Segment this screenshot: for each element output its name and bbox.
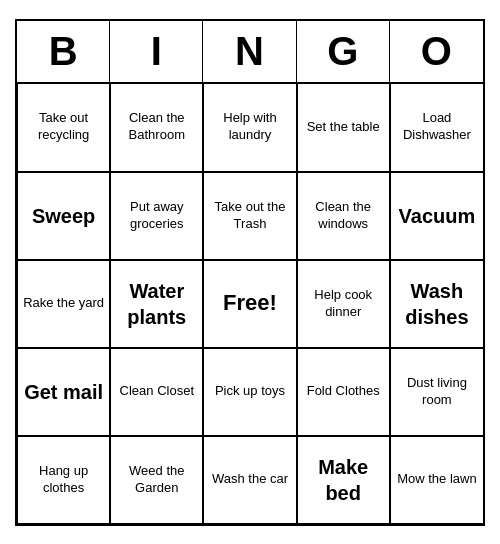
bingo-grid: Take out recyclingClean the BathroomHelp… <box>17 84 483 524</box>
bingo-cell-2[interactable]: Help with laundry <box>203 84 296 172</box>
bingo-letter-o: O <box>390 21 483 82</box>
bingo-cell-18[interactable]: Fold Clothes <box>297 348 390 436</box>
bingo-cell-23[interactable]: Make bed <box>297 436 390 524</box>
bingo-cell-17[interactable]: Pick up toys <box>203 348 296 436</box>
bingo-header: BINGO <box>17 21 483 84</box>
bingo-cell-8[interactable]: Clean the windows <box>297 172 390 260</box>
bingo-letter-n: N <box>203 21 296 82</box>
bingo-cell-7[interactable]: Take out the Trash <box>203 172 296 260</box>
bingo-cell-1[interactable]: Clean the Bathroom <box>110 84 203 172</box>
bingo-cell-0[interactable]: Take out recycling <box>17 84 110 172</box>
bingo-letter-b: B <box>17 21 110 82</box>
bingo-cell-13[interactable]: Help cook dinner <box>297 260 390 348</box>
bingo-cell-19[interactable]: Dust living room <box>390 348 483 436</box>
bingo-cell-22[interactable]: Wash the car <box>203 436 296 524</box>
bingo-cell-21[interactable]: Weed the Garden <box>110 436 203 524</box>
bingo-cell-5[interactable]: Sweep <box>17 172 110 260</box>
bingo-card: BINGO Take out recyclingClean the Bathro… <box>15 19 485 526</box>
bingo-cell-9[interactable]: Vacuum <box>390 172 483 260</box>
bingo-cell-14[interactable]: Wash dishes <box>390 260 483 348</box>
bingo-cell-4[interactable]: Load Dishwasher <box>390 84 483 172</box>
bingo-cell-12[interactable]: Free! <box>203 260 296 348</box>
bingo-letter-g: G <box>297 21 390 82</box>
bingo-cell-11[interactable]: Water plants <box>110 260 203 348</box>
bingo-cell-3[interactable]: Set the table <box>297 84 390 172</box>
bingo-letter-i: I <box>110 21 203 82</box>
bingo-cell-10[interactable]: Rake the yard <box>17 260 110 348</box>
bingo-cell-24[interactable]: Mow the lawn <box>390 436 483 524</box>
bingo-cell-6[interactable]: Put away groceries <box>110 172 203 260</box>
bingo-cell-20[interactable]: Hang up clothes <box>17 436 110 524</box>
bingo-cell-16[interactable]: Clean Closet <box>110 348 203 436</box>
bingo-cell-15[interactable]: Get mail <box>17 348 110 436</box>
